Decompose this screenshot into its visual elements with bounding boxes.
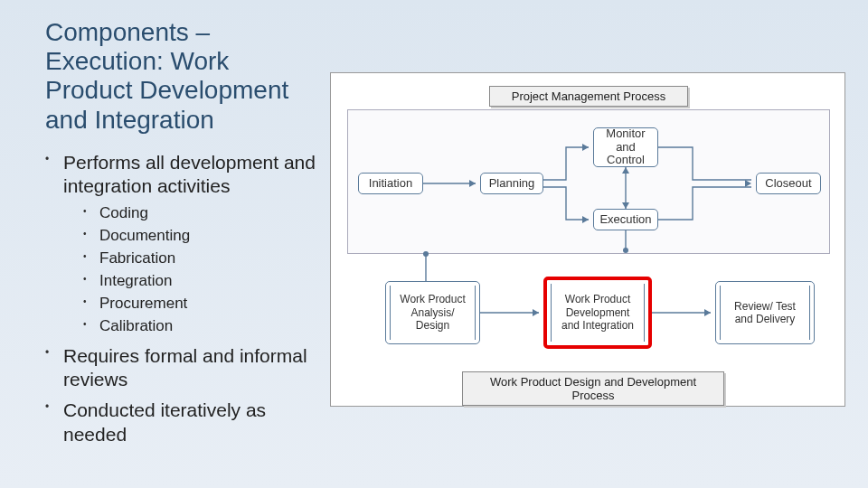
sub-bullet-list: Coding Documenting Fabrication Integrati… xyxy=(83,203,316,337)
sub-bullet-item: Fabrication xyxy=(83,249,316,269)
process-diagram: Project Management Process Initiation Pl… xyxy=(330,72,845,407)
bullet-item: Requires formal and informal reviews xyxy=(45,344,316,392)
slide-title: Components – Execution: Work Product Dev… xyxy=(45,18,316,135)
bullet-list: Performs all development and integration… xyxy=(45,151,316,446)
svg-marker-16 xyxy=(704,309,711,316)
bullet-text: Performs all development and integration… xyxy=(63,152,316,196)
sub-bullet-item: Coding xyxy=(83,203,316,224)
wpdd-process-label: Work Product Design and Development Proc… xyxy=(462,371,724,406)
bullet-item: Performs all development and integration… xyxy=(45,151,316,337)
svg-marker-14 xyxy=(533,309,539,316)
bullet-item: Conducted iteratively as needed xyxy=(45,399,316,446)
sub-bullet-item: Documenting xyxy=(83,226,316,247)
sub-bullet-item: Procurement xyxy=(83,294,316,314)
text-panel: Components – Execution: Work Product Dev… xyxy=(0,0,326,488)
sub-bullet-item: Integration xyxy=(83,271,316,292)
sub-bullet-item: Calibration xyxy=(83,316,316,337)
arrows-sub xyxy=(331,73,846,362)
diagram-panel: Project Management Process Initiation Pl… xyxy=(326,0,868,488)
